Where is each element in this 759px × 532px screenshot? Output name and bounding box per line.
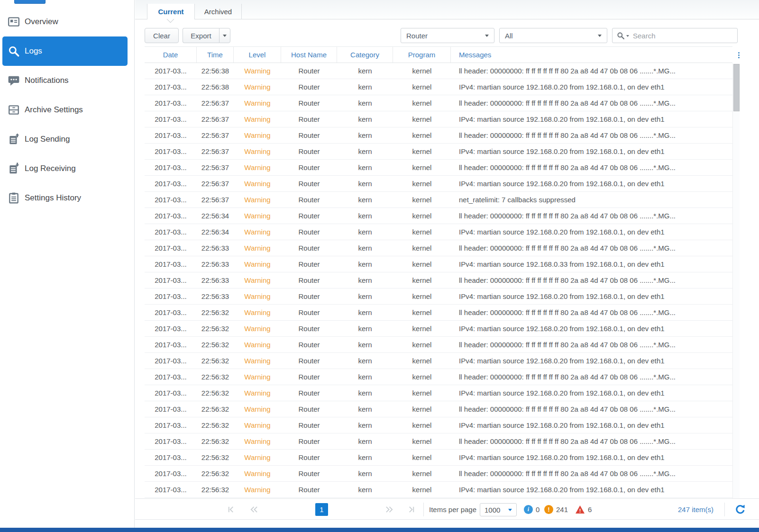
table-row[interactable]: 2017-03...22:56:34WarningRouterkernkerne… xyxy=(145,208,732,224)
last-page-button[interactable] xyxy=(407,499,416,520)
table-row[interactable]: 2017-03...22:56:32WarningRouterkernkerne… xyxy=(145,337,732,353)
table-row[interactable]: 2017-03...22:56:38WarningRouterkernkerne… xyxy=(145,63,732,79)
scrollbar-thumb[interactable] xyxy=(733,64,740,111)
sidebar-item-log-sending[interactable]: Log Sending xyxy=(0,125,134,154)
sidebar-item-archive-settings[interactable]: Archive Settings xyxy=(0,95,134,125)
host-filter-select[interactable]: Router xyxy=(401,28,494,43)
log-receiving-icon xyxy=(8,162,20,175)
cell-host: Router xyxy=(281,144,337,159)
search-icon[interactable] xyxy=(617,32,625,40)
search-options-chevron-icon[interactable] xyxy=(626,35,629,37)
table-row[interactable]: 2017-03...22:56:32WarningRouterkernkerne… xyxy=(145,369,732,385)
cell-date: 2017-03... xyxy=(145,466,197,481)
cell-message: ll header: 00000000: ff ff ff ff ff ff 8… xyxy=(451,240,732,256)
table-row[interactable]: 2017-03...22:56:32WarningRouterkernkerne… xyxy=(145,433,732,450)
log-sending-icon xyxy=(8,133,20,145)
cell-category: kern xyxy=(337,208,393,224)
table-row[interactable]: 2017-03...22:56:33WarningRouterkernkerne… xyxy=(145,240,732,256)
refresh-button[interactable] xyxy=(735,499,746,520)
footer-divider xyxy=(423,503,424,516)
current-page-button[interactable]: 1 xyxy=(315,503,328,516)
info-count: 0 xyxy=(536,505,540,514)
error-triangle-icon: ! xyxy=(575,505,585,514)
column-header-level[interactable]: Level xyxy=(234,47,281,63)
scrollbar-track[interactable] xyxy=(732,63,740,498)
cell-host: Router xyxy=(281,79,337,95)
column-header-category[interactable]: Category xyxy=(337,47,393,63)
error-count: 6 xyxy=(588,505,592,514)
first-page-icon xyxy=(227,505,236,514)
cell-time: 22:56:37 xyxy=(197,160,234,175)
cell-category: kern xyxy=(337,63,393,79)
cell-category: kern xyxy=(337,337,393,352)
level-filter-select[interactable]: All xyxy=(499,28,607,43)
cell-time: 22:56:38 xyxy=(197,63,234,79)
logs-icon xyxy=(8,45,20,57)
table-row[interactable]: 2017-03...22:56:32WarningRouterkernkerne… xyxy=(145,450,732,466)
sidebar-item-notifications[interactable]: Notifications xyxy=(0,66,134,95)
cell-level: Warning xyxy=(234,240,281,256)
table-row[interactable]: 2017-03...22:56:33WarningRouterkernkerne… xyxy=(145,272,732,289)
table-row[interactable]: 2017-03...22:56:37WarningRouterkernkerne… xyxy=(145,144,732,160)
cell-level: Warning xyxy=(234,433,281,449)
cell-category: kern xyxy=(337,160,393,175)
table-row[interactable]: 2017-03...22:56:32WarningRouterkernkerne… xyxy=(145,305,732,321)
table-row[interactable]: 2017-03...22:56:33WarningRouterkernkerne… xyxy=(145,289,732,305)
archive-settings-icon xyxy=(8,104,20,116)
sidebar-item-settings-history[interactable]: Settings History xyxy=(0,183,134,213)
column-header-time[interactable]: Time xyxy=(197,47,234,63)
sidebar-item-overview[interactable]: Overview xyxy=(0,7,134,36)
cell-message: IPv4: martian source 192.168.0.20 from 1… xyxy=(451,79,732,95)
cell-time: 22:56:32 xyxy=(197,385,234,401)
cell-host: Router xyxy=(281,256,337,272)
first-page-button[interactable] xyxy=(227,499,236,520)
table-row[interactable]: 2017-03...22:56:32WarningRouterkernkerne… xyxy=(145,385,732,401)
chevron-down-icon xyxy=(485,35,489,37)
export-dropdown-button[interactable] xyxy=(219,28,230,43)
table-row[interactable]: 2017-03...22:56:33WarningRouterkernkerne… xyxy=(145,256,732,272)
items-per-page-select[interactable]: 1000 xyxy=(480,503,517,516)
table-row[interactable]: 2017-03...22:56:37WarningRouterkernkerne… xyxy=(145,111,732,127)
table-row[interactable]: 2017-03...22:56:37WarningRouterkernkerne… xyxy=(145,176,732,192)
column-header-program[interactable]: Program xyxy=(393,47,451,63)
cell-category: kern xyxy=(337,111,393,127)
next-page-button[interactable] xyxy=(385,499,394,520)
cell-time: 22:56:34 xyxy=(197,224,234,240)
table-row[interactable]: 2017-03...22:56:32WarningRouterkernkerne… xyxy=(145,482,732,498)
vertical-ellipsis-icon xyxy=(738,52,740,54)
footer-divider xyxy=(724,503,725,516)
column-header-messages[interactable]: Messages xyxy=(451,47,732,63)
table-row[interactable]: 2017-03...22:56:32WarningRouterkernkerne… xyxy=(145,417,732,433)
column-header-date[interactable]: Date xyxy=(145,47,197,63)
cell-message: ll header: 00000000: ff ff ff ff ff ff 8… xyxy=(451,95,732,111)
table-row[interactable]: 2017-03...22:56:34WarningRouterkernkerne… xyxy=(145,224,732,240)
sidebar-item-logs[interactable]: Logs xyxy=(2,36,128,66)
cell-program: kernel xyxy=(393,482,451,497)
cell-message: IPv4: martian source 192.168.0.20 from 1… xyxy=(451,450,732,465)
cell-level: Warning xyxy=(234,127,281,143)
export-button[interactable]: Export xyxy=(183,28,219,43)
table-row[interactable]: 2017-03...22:56:37WarningRouterkernkerne… xyxy=(145,95,732,111)
tab-archived[interactable]: Archived xyxy=(194,4,242,19)
table-row[interactable]: 2017-03...22:56:32WarningRouterkernkerne… xyxy=(145,401,732,417)
column-header-host-name[interactable]: Host Name xyxy=(281,47,337,63)
cell-time: 22:56:32 xyxy=(197,305,234,320)
table-row[interactable]: 2017-03...22:56:32WarningRouterkernkerne… xyxy=(145,321,732,337)
table-row[interactable]: 2017-03...22:56:38WarningRouterkernkerne… xyxy=(145,79,732,95)
table-row[interactable]: 2017-03...22:56:32WarningRouterkernkerne… xyxy=(145,466,732,482)
cell-level: Warning xyxy=(234,63,281,79)
clear-button[interactable]: Clear xyxy=(145,28,179,43)
prev-page-button[interactable] xyxy=(249,499,258,520)
sidebar-item-log-receiving[interactable]: Log Receiving xyxy=(0,154,134,183)
table-row[interactable]: 2017-03...22:56:32WarningRouterkernkerne… xyxy=(145,353,732,369)
cell-host: Router xyxy=(281,63,337,79)
cell-category: kern xyxy=(337,369,393,385)
search-input[interactable] xyxy=(633,32,733,40)
column-options-button[interactable] xyxy=(735,50,742,60)
table-row[interactable]: 2017-03...22:56:37WarningRouterkernkerne… xyxy=(145,192,732,208)
table-row[interactable]: 2017-03...22:56:37WarningRouterkernkerne… xyxy=(145,160,732,176)
cell-category: kern xyxy=(337,240,393,256)
table-row[interactable]: 2017-03...22:56:37WarningRouterkernkerne… xyxy=(145,127,732,144)
cell-level: Warning xyxy=(234,160,281,175)
footer-bar: 1 Items per page 1000 i 0 xyxy=(135,498,759,520)
